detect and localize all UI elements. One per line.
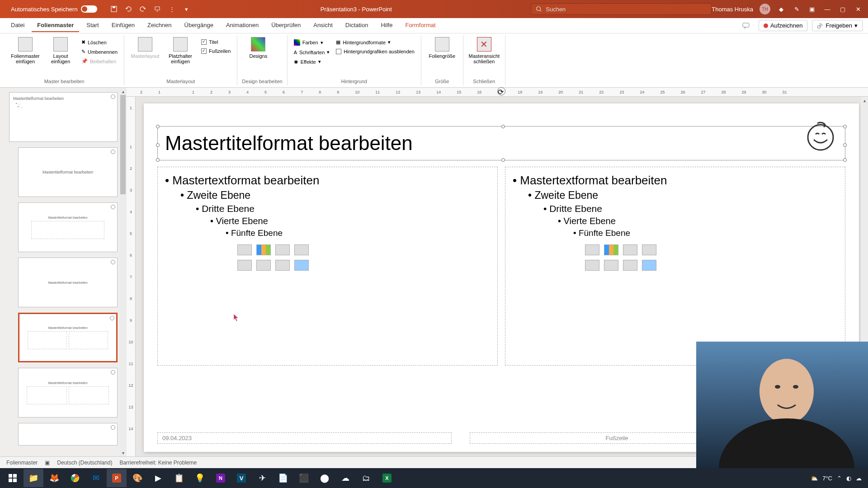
slide-size-button[interactable]: Foliengröße	[426, 35, 458, 61]
taskbar-vlc[interactable]: ▶	[148, 469, 168, 487]
title-placeholder[interactable]: Mastertitelformat bearbeiten	[157, 126, 845, 160]
insert-layout-button[interactable]: Layout einfügen	[44, 35, 77, 66]
selection-handle[interactable]	[843, 158, 847, 162]
table-icon[interactable]	[585, 244, 599, 255]
thumb-layout-6[interactable]	[18, 423, 118, 446]
online-picture-icon[interactable]	[256, 260, 271, 271]
thumb-master[interactable]: Mastertitelformat bearbeiten • … • …	[9, 92, 118, 142]
tab-hilfe[interactable]: Hilfe	[375, 19, 398, 32]
tab-einfuegen[interactable]: Einfügen	[106, 19, 140, 32]
smartart-icon[interactable]	[623, 244, 637, 255]
selection-handle[interactable]	[156, 125, 160, 128]
record-button[interactable]: Aufzeichnen	[759, 20, 808, 31]
colors-button[interactable]: Farben ▾	[292, 38, 332, 47]
weather-icon[interactable]: ⛅	[811, 475, 818, 482]
tab-animationen[interactable]: Animationen	[221, 19, 264, 32]
tray-icon-1[interactable]: ◐	[846, 475, 851, 482]
tab-ueberpruefen[interactable]: Überprüfen	[266, 19, 306, 32]
content-placeholder-right[interactable]: • Mastertextformat bearbeiten • Zweite E…	[505, 167, 845, 366]
taskbar-onenote[interactable]: N	[211, 469, 231, 487]
taskbar-chrome[interactable]	[65, 469, 85, 487]
close-master-button[interactable]: ✕Masteransicht schließen	[468, 35, 500, 66]
tab-uebergaenge[interactable]: Übergänge	[179, 19, 219, 32]
selection-handle[interactable]	[501, 158, 505, 162]
table-icon[interactable]	[237, 244, 252, 255]
autosave-toggle[interactable]: Automatisches Speichern	[5, 5, 103, 13]
scroll-up-icon[interactable]: ▴	[861, 97, 868, 104]
date-placeholder[interactable]: 09.04.2023	[157, 432, 452, 444]
tab-datei[interactable]: Datei	[5, 19, 30, 32]
fonts-button[interactable]: ASchriftarten ▾	[292, 48, 332, 56]
picture-icon[interactable]	[237, 260, 252, 271]
thumb-layout-3[interactable]: Mastertitelformat bearbeiten	[18, 258, 118, 307]
insert-placeholder-button[interactable]: Platzhalter einfügen	[164, 35, 197, 66]
thumb-layout-5[interactable]: Mastertitelformat bearbeiten	[18, 368, 118, 418]
maximize-icon[interactable]: ▢	[838, 5, 847, 14]
rename-button[interactable]: ✎Umbenennen	[80, 47, 119, 56]
content-placeholder-left[interactable]: • Mastertextformat bearbeiten • Zweite E…	[157, 167, 498, 366]
tab-start[interactable]: Start	[81, 19, 104, 32]
toggle-switch-icon[interactable]	[81, 5, 97, 13]
designs-button[interactable]: Designs	[242, 35, 274, 61]
tray-icon-2[interactable]: ☁	[856, 475, 862, 482]
insert-master-button[interactable]: Folienmaster einfügen	[9, 35, 42, 66]
taskbar-telegram[interactable]: ✈	[252, 469, 272, 487]
taskbar-app-3[interactable]: 💡	[190, 469, 210, 487]
thumb-layout-2[interactable]: Mastertitelformat bearbeiten	[18, 202, 118, 252]
chart-icon[interactable]	[604, 244, 618, 255]
accessibility-label[interactable]: Barrierefreiheit: Keine Probleme	[119, 460, 197, 466]
from-beginning-icon[interactable]	[153, 5, 161, 13]
temperature-label[interactable]: 7°C	[822, 475, 832, 482]
taskbar-outlook[interactable]: ✉	[86, 469, 106, 487]
video-icon[interactable]	[275, 260, 290, 271]
icon-icon[interactable]	[294, 260, 309, 271]
comments-button[interactable]	[738, 21, 754, 31]
taskbar-explorer[interactable]: 📁	[24, 469, 43, 487]
title-checkbox[interactable]: Titel	[199, 38, 232, 46]
footers-checkbox[interactable]: Fußzeilen	[199, 47, 232, 55]
close-icon[interactable]: ✕	[854, 5, 863, 14]
display-settings-icon[interactable]: ▣	[45, 460, 50, 466]
taskbar-app-5[interactable]: ⬤	[315, 469, 335, 487]
minimize-icon[interactable]: —	[823, 5, 832, 14]
icon-icon[interactable]	[642, 260, 656, 271]
taskbar-excel[interactable]: X	[377, 469, 397, 487]
share-button[interactable]: Freigeben▾	[812, 20, 863, 31]
thumbnail-panel[interactable]: ▴ ▾ 1 Mastertitelformat bearbeiten • … •…	[0, 88, 127, 456]
more-icon[interactable]: ⋮	[168, 5, 176, 13]
delete-button[interactable]: ✖Löschen	[80, 38, 119, 47]
taskbar-app-6[interactable]: ☁	[335, 469, 355, 487]
taskbar-app-v[interactable]: V	[231, 469, 251, 487]
taskbar-app-2[interactable]: 📋	[169, 469, 189, 487]
window-icon[interactable]: ▣	[807, 5, 816, 14]
taskbar-app-4[interactable]: 📄	[273, 469, 293, 487]
thumb-layout-1[interactable]: Mastertitelformat bearbeiten	[18, 147, 118, 197]
effects-button[interactable]: ◉Effekte ▾	[292, 57, 332, 66]
taskbar-app-1[interactable]: 🎨	[127, 469, 147, 487]
selection-handle[interactable]	[501, 125, 505, 128]
search-input[interactable]: Suchen	[531, 3, 712, 15]
pen-icon[interactable]: ✎	[792, 5, 801, 14]
selection-handle[interactable]	[843, 143, 847, 147]
selection-handle[interactable]	[843, 125, 847, 128]
user-avatar[interactable]: TH	[760, 4, 770, 14]
scroll-down-icon[interactable]: ▾	[119, 449, 127, 456]
redo-icon[interactable]	[139, 5, 147, 13]
tray-chevron-icon[interactable]: ⌃	[837, 475, 842, 482]
thumb-scrollbar[interactable]: ▴ ▾	[119, 88, 127, 456]
undo-icon[interactable]	[124, 5, 132, 13]
tab-folienmaster[interactable]: Folienmaster	[32, 19, 79, 32]
tab-formformat[interactable]: Formformat	[400, 19, 441, 32]
chart-icon[interactable]	[256, 244, 271, 255]
save-icon[interactable]	[110, 5, 118, 13]
dropdown-icon[interactable]: ▾	[182, 5, 190, 13]
online-picture-icon[interactable]	[604, 260, 618, 271]
tab-dictation[interactable]: Dictation	[340, 19, 374, 32]
taskbar-obs[interactable]: ⬛	[294, 469, 314, 487]
thumb-layout-4-selected[interactable]: Mastertitelformat bearbeiten	[18, 313, 118, 362]
smartart-icon[interactable]	[275, 244, 290, 255]
taskbar-firefox[interactable]: 🦊	[44, 469, 64, 487]
background-styles-button[interactable]: ▦Hintergrundformate ▾	[334, 38, 416, 47]
selection-handle[interactable]	[156, 143, 160, 147]
video-icon[interactable]	[623, 260, 637, 271]
